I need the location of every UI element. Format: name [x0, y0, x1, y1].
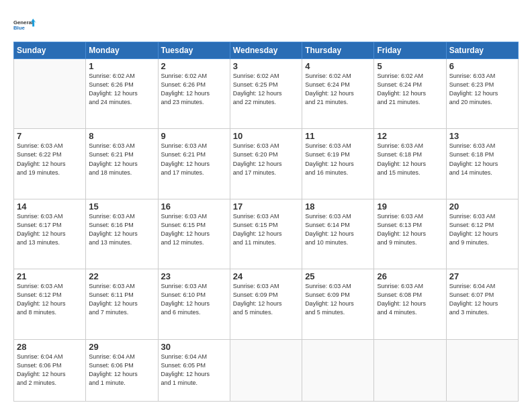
- calendar-cell: 26Sunrise: 6:03 AM Sunset: 6:08 PM Dayli…: [374, 269, 446, 339]
- weekday-header-friday: Friday: [374, 42, 446, 59]
- calendar-cell: 22Sunrise: 6:03 AM Sunset: 6:11 PM Dayli…: [86, 269, 158, 339]
- weekday-header-sunday: Sunday: [14, 42, 86, 59]
- calendar-cell: 4Sunrise: 6:02 AM Sunset: 6:24 PM Daylig…: [302, 59, 374, 129]
- day-info: Sunrise: 6:03 AM Sunset: 6:12 PM Dayligh…: [17, 282, 83, 317]
- day-number: 29: [89, 342, 154, 352]
- day-number: 14: [17, 201, 83, 212]
- day-info: Sunrise: 6:03 AM Sunset: 6:13 PM Dayligh…: [377, 212, 443, 247]
- calendar-table: SundayMondayTuesdayWednesdayThursdayFrid…: [13, 42, 519, 402]
- day-info: Sunrise: 6:03 AM Sunset: 6:10 PM Dayligh…: [161, 282, 227, 317]
- calendar-week-row: 28Sunrise: 6:04 AM Sunset: 6:06 PM Dayli…: [14, 339, 519, 401]
- day-number: 9: [161, 131, 227, 141]
- day-number: 26: [377, 271, 443, 281]
- day-number: 25: [305, 271, 371, 281]
- svg-text:General: General: [13, 19, 33, 26]
- day-info: Sunrise: 6:04 AM Sunset: 6:07 PM Dayligh…: [449, 282, 515, 317]
- day-number: 21: [17, 271, 83, 281]
- day-number: 15: [89, 201, 154, 212]
- calendar-week-row: 7Sunrise: 6:03 AM Sunset: 6:22 PM Daylig…: [14, 129, 519, 199]
- day-number: 4: [305, 61, 371, 71]
- day-info: Sunrise: 6:02 AM Sunset: 6:25 PM Dayligh…: [233, 72, 299, 107]
- day-info: Sunrise: 6:03 AM Sunset: 6:17 PM Dayligh…: [17, 212, 83, 247]
- calendar-cell: [230, 339, 302, 401]
- calendar-cell: 9Sunrise: 6:03 AM Sunset: 6:21 PM Daylig…: [158, 129, 230, 199]
- day-number: 24: [233, 271, 299, 281]
- day-info: Sunrise: 6:03 AM Sunset: 6:08 PM Dayligh…: [377, 282, 443, 317]
- day-number: 6: [449, 61, 515, 71]
- calendar-cell: 30Sunrise: 6:04 AM Sunset: 6:05 PM Dayli…: [158, 339, 230, 401]
- day-info: Sunrise: 6:03 AM Sunset: 6:23 PM Dayligh…: [449, 72, 515, 107]
- calendar-cell: [302, 339, 374, 401]
- calendar-cell: 3Sunrise: 6:02 AM Sunset: 6:25 PM Daylig…: [230, 59, 302, 129]
- calendar-cell: 15Sunrise: 6:03 AM Sunset: 6:16 PM Dayli…: [86, 199, 158, 269]
- day-info: Sunrise: 6:03 AM Sunset: 6:15 PM Dayligh…: [233, 212, 299, 247]
- svg-text:Blue: Blue: [13, 25, 26, 31]
- calendar-cell: 5Sunrise: 6:02 AM Sunset: 6:24 PM Daylig…: [374, 59, 446, 129]
- day-number: 3: [233, 61, 299, 71]
- day-info: Sunrise: 6:03 AM Sunset: 6:22 PM Dayligh…: [17, 142, 83, 177]
- header: General Blue: [13, 12, 519, 38]
- day-number: 27: [449, 271, 515, 281]
- calendar-cell: 21Sunrise: 6:03 AM Sunset: 6:12 PM Dayli…: [14, 269, 86, 339]
- day-info: Sunrise: 6:02 AM Sunset: 6:26 PM Dayligh…: [89, 72, 154, 107]
- day-number: 17: [233, 201, 299, 212]
- day-number: 19: [377, 201, 443, 212]
- calendar-cell: 11Sunrise: 6:03 AM Sunset: 6:19 PM Dayli…: [302, 129, 374, 199]
- day-info: Sunrise: 6:03 AM Sunset: 6:21 PM Dayligh…: [89, 142, 154, 177]
- day-info: Sunrise: 6:03 AM Sunset: 6:11 PM Dayligh…: [89, 282, 154, 317]
- calendar-cell: 16Sunrise: 6:03 AM Sunset: 6:15 PM Dayli…: [158, 199, 230, 269]
- day-number: 5: [377, 61, 443, 71]
- calendar-cell: 12Sunrise: 6:03 AM Sunset: 6:18 PM Dayli…: [374, 129, 446, 199]
- calendar-cell: 17Sunrise: 6:03 AM Sunset: 6:15 PM Dayli…: [230, 199, 302, 269]
- calendar-cell: 14Sunrise: 6:03 AM Sunset: 6:17 PM Dayli…: [14, 199, 86, 269]
- day-info: Sunrise: 6:03 AM Sunset: 6:09 PM Dayligh…: [305, 282, 371, 317]
- day-info: Sunrise: 6:03 AM Sunset: 6:18 PM Dayligh…: [449, 142, 515, 177]
- calendar-body: 1Sunrise: 6:02 AM Sunset: 6:26 PM Daylig…: [14, 59, 519, 402]
- calendar-cell: 1Sunrise: 6:02 AM Sunset: 6:26 PM Daylig…: [86, 59, 158, 129]
- calendar-cell: [374, 339, 446, 401]
- day-info: Sunrise: 6:03 AM Sunset: 6:20 PM Dayligh…: [233, 142, 299, 177]
- calendar-cell: 19Sunrise: 6:03 AM Sunset: 6:13 PM Dayli…: [374, 199, 446, 269]
- day-number: 20: [449, 201, 515, 212]
- day-info: Sunrise: 6:04 AM Sunset: 6:06 PM Dayligh…: [17, 353, 83, 387]
- logo: General Blue: [13, 12, 36, 38]
- day-number: 18: [305, 201, 371, 212]
- day-number: 28: [17, 342, 83, 352]
- calendar-week-row: 21Sunrise: 6:03 AM Sunset: 6:12 PM Dayli…: [14, 269, 519, 339]
- calendar-cell: 20Sunrise: 6:03 AM Sunset: 6:12 PM Dayli…: [446, 199, 518, 269]
- weekday-header-saturday: Saturday: [446, 42, 518, 59]
- calendar-cell: 29Sunrise: 6:04 AM Sunset: 6:06 PM Dayli…: [86, 339, 158, 401]
- calendar-cell: 23Sunrise: 6:03 AM Sunset: 6:10 PM Dayli…: [158, 269, 230, 339]
- day-info: Sunrise: 6:04 AM Sunset: 6:06 PM Dayligh…: [89, 353, 154, 387]
- page: General Blue SundayMondayTuesdayWednesda…: [0, 0, 532, 411]
- day-number: 11: [305, 131, 371, 141]
- day-number: 1: [89, 61, 154, 71]
- day-number: 30: [161, 342, 227, 352]
- day-info: Sunrise: 6:02 AM Sunset: 6:24 PM Dayligh…: [305, 72, 371, 107]
- day-info: Sunrise: 6:03 AM Sunset: 6:19 PM Dayligh…: [305, 142, 371, 177]
- day-number: 2: [161, 61, 227, 71]
- calendar-cell: 25Sunrise: 6:03 AM Sunset: 6:09 PM Dayli…: [302, 269, 374, 339]
- day-number: 12: [377, 131, 443, 141]
- weekday-header-thursday: Thursday: [302, 42, 374, 59]
- calendar-week-row: 1Sunrise: 6:02 AM Sunset: 6:26 PM Daylig…: [14, 59, 519, 129]
- weekday-header-tuesday: Tuesday: [158, 42, 230, 59]
- weekday-header-monday: Monday: [86, 42, 158, 59]
- day-info: Sunrise: 6:03 AM Sunset: 6:14 PM Dayligh…: [305, 212, 371, 247]
- calendar-cell: 8Sunrise: 6:03 AM Sunset: 6:21 PM Daylig…: [86, 129, 158, 199]
- day-number: 23: [161, 271, 227, 281]
- calendar-cell: 6Sunrise: 6:03 AM Sunset: 6:23 PM Daylig…: [446, 59, 518, 129]
- day-number: 22: [89, 271, 154, 281]
- calendar-cell: [446, 339, 518, 401]
- calendar-cell: 27Sunrise: 6:04 AM Sunset: 6:07 PM Dayli…: [446, 269, 518, 339]
- day-info: Sunrise: 6:03 AM Sunset: 6:09 PM Dayligh…: [233, 282, 299, 317]
- day-number: 8: [89, 131, 154, 141]
- day-info: Sunrise: 6:03 AM Sunset: 6:16 PM Dayligh…: [89, 212, 154, 247]
- day-number: 13: [449, 131, 515, 141]
- calendar-cell: 18Sunrise: 6:03 AM Sunset: 6:14 PM Dayli…: [302, 199, 374, 269]
- day-info: Sunrise: 6:03 AM Sunset: 6:12 PM Dayligh…: [449, 212, 515, 247]
- day-info: Sunrise: 6:03 AM Sunset: 6:21 PM Dayligh…: [161, 142, 227, 177]
- calendar-cell: 10Sunrise: 6:03 AM Sunset: 6:20 PM Dayli…: [230, 129, 302, 199]
- day-info: Sunrise: 6:03 AM Sunset: 6:18 PM Dayligh…: [377, 142, 443, 177]
- calendar-cell: 7Sunrise: 6:03 AM Sunset: 6:22 PM Daylig…: [14, 129, 86, 199]
